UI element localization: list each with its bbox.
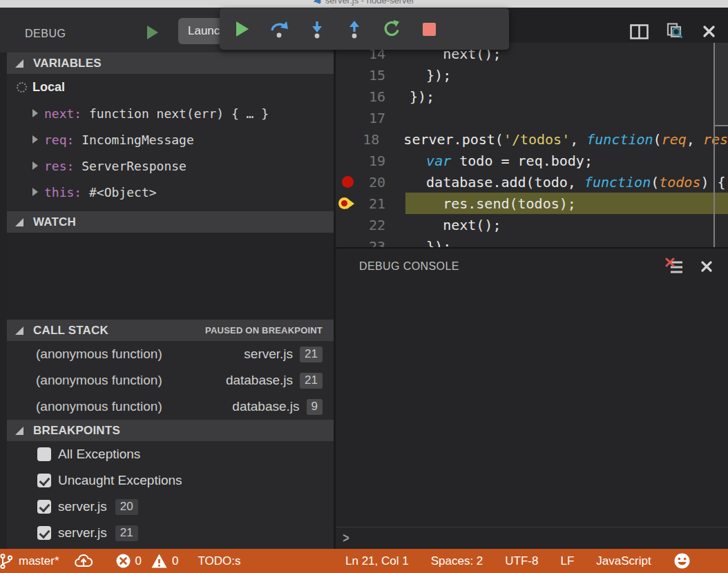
sync-changes-button[interactable]: [75, 554, 93, 569]
breakpoint-gutter[interactable]: [336, 86, 359, 107]
variables-section-title: VARIABLES: [33, 57, 102, 70]
call-stack-frame[interactable]: (anonymous function)database.js9: [7, 394, 334, 420]
line-number: 23: [359, 238, 385, 248]
code-editor[interactable]: 14 next();15 });16});1718server.post('/t…: [336, 43, 728, 247]
open-preview-icon[interactable]: [667, 23, 684, 40]
status-bar: master* 0 0 TODO:s: [0, 549, 728, 573]
code-line: 23 });: [336, 235, 728, 247]
breakpoint-gutter[interactable]: [336, 171, 359, 193]
frame-line-badge: 9: [307, 399, 323, 415]
breakpoint-gutter[interactable]: [336, 128, 356, 150]
breakpoint-row[interactable]: server.js20: [7, 494, 334, 520]
breakpoint-label: server.js: [58, 499, 107, 514]
close-icon[interactable]: [700, 260, 713, 273]
split-editor-icon[interactable]: [630, 24, 649, 39]
variable-value: ServerResponse: [74, 159, 186, 173]
collapse-icon: [15, 59, 23, 68]
breakpoint-checkbox[interactable]: [37, 447, 51, 461]
variables-section-header[interactable]: VARIABLES: [7, 52, 334, 74]
breakpoint-icon: [342, 176, 354, 188]
errors-indicator[interactable]: 0: [116, 554, 142, 568]
expand-icon: [32, 188, 38, 196]
step-over-icon[interactable]: [266, 14, 294, 44]
stop-icon[interactable]: [415, 14, 443, 44]
variable-row[interactable]: req: IncomingMessage: [7, 126, 334, 153]
step-out-icon[interactable]: [341, 14, 368, 44]
call-stack-frame[interactable]: (anonymous function)database.js21: [7, 367, 334, 394]
console-prompt: >: [343, 530, 349, 546]
variables-scope-row[interactable]: Local: [7, 74, 334, 100]
breakpoint-checkbox[interactable]: [37, 526, 51, 540]
variable-value: IncomingMessage: [74, 133, 193, 147]
cursor-position-indicator[interactable]: Ln 21, Col 1: [345, 554, 409, 568]
frame-file: server.js: [244, 347, 293, 362]
code-text: });: [410, 88, 434, 105]
warnings-indicator[interactable]: 0: [151, 554, 178, 568]
git-branch-indicator[interactable]: master*: [1, 553, 59, 570]
breakpoint-label: Uncaught Exceptions: [58, 473, 182, 488]
start-debug-icon[interactable]: [147, 26, 158, 39]
breakpoint-checkbox[interactable]: [37, 500, 51, 514]
close-icon[interactable]: [702, 25, 716, 38]
restart-icon[interactable]: [378, 14, 405, 44]
breakpoint-gutter[interactable]: [336, 64, 359, 86]
variable-row[interactable]: this: #<Object>: [7, 179, 334, 205]
frame-name: (anonymous function): [36, 347, 162, 362]
code-text: });: [410, 67, 451, 84]
expand-icon: [32, 109, 38, 117]
breakpoint-line-badge: 20: [115, 499, 138, 515]
debug-console-input[interactable]: >: [336, 527, 728, 549]
code-line: 18server.post('/todos', function(req, re…: [336, 128, 728, 150]
step-into-icon[interactable]: [303, 14, 331, 44]
feedback-smiley-button[interactable]: [673, 552, 691, 570]
code-text: next();: [410, 217, 501, 233]
breakpoint-gutter[interactable]: [336, 214, 359, 235]
smiley-icon: [673, 552, 691, 570]
todo-indicator[interactable]: TODO:s: [198, 554, 241, 568]
breakpoint-row[interactable]: All Exceptions: [7, 441, 334, 467]
git-branch-label: master*: [19, 554, 59, 568]
call-stack-frame[interactable]: (anonymous function)server.js21: [7, 341, 334, 367]
variable-row[interactable]: next: function next(err) { … }: [7, 100, 334, 126]
debug-view-title: DEBUG: [25, 28, 66, 40]
collapse-icon: [15, 218, 23, 226]
breakpoint-row[interactable]: Uncaught Exceptions: [7, 467, 334, 494]
warnings-count: 0: [172, 554, 178, 568]
clear-console-icon[interactable]: [665, 258, 684, 276]
breakpoint-label: server.js: [58, 525, 107, 541]
language-mode-indicator[interactable]: JavaScript: [596, 554, 651, 568]
call-stack-list: (anonymous function)server.js21(anonymou…: [7, 341, 334, 420]
debug-sidebar: DEBUG Launch VARIABLES Local next: funct…: [0, 8, 334, 549]
breakpoint-row[interactable]: server.js21: [7, 520, 334, 546]
frame-file: database.js: [226, 373, 293, 388]
variables-list: Local next: function next(err) { … }req:…: [7, 74, 334, 211]
line-number: 16: [359, 88, 385, 105]
breakpoint-gutter[interactable]: [336, 235, 359, 247]
error-icon: [116, 554, 131, 568]
window-title: server.js - node-server: [325, 0, 414, 6]
collapse-icon: [15, 327, 23, 335]
frame-line-badge: 21: [300, 347, 323, 362]
window-titlebar[interactable]: server.js - node-server: [0, 0, 728, 8]
breakpoint-gutter[interactable]: [336, 193, 359, 214]
eol-indicator[interactable]: LF: [560, 554, 574, 568]
loading-spinner-icon: [17, 82, 27, 93]
warning-icon: [151, 554, 167, 568]
call-stack-section-header[interactable]: CALL STACK PAUSED ON BREAKPOINT: [7, 320, 334, 341]
code-text: server.post('/todos', function(req, res: [403, 131, 728, 148]
indentation-indicator[interactable]: Spaces: 2: [431, 554, 483, 568]
errors-count: 0: [135, 554, 142, 568]
frame-name: (anonymous function): [36, 399, 162, 414]
breakpoints-section-header[interactable]: BREAKPOINTS: [7, 420, 334, 441]
encoding-indicator[interactable]: UTF-8: [505, 554, 538, 568]
editor-scrollbar-thumb[interactable]: [715, 43, 728, 126]
breakpoint-line-badge: 21: [115, 525, 138, 541]
continue-icon[interactable]: [229, 14, 256, 44]
watch-section-header[interactable]: WATCH: [7, 211, 334, 233]
code-text: res.send(todos);: [410, 195, 576, 212]
breakpoint-gutter[interactable]: [336, 107, 359, 128]
variable-row[interactable]: res: ServerResponse: [7, 153, 334, 179]
breakpoint-gutter[interactable]: [336, 150, 359, 171]
line-number: 20: [359, 174, 385, 191]
breakpoint-checkbox[interactable]: [37, 474, 51, 487]
